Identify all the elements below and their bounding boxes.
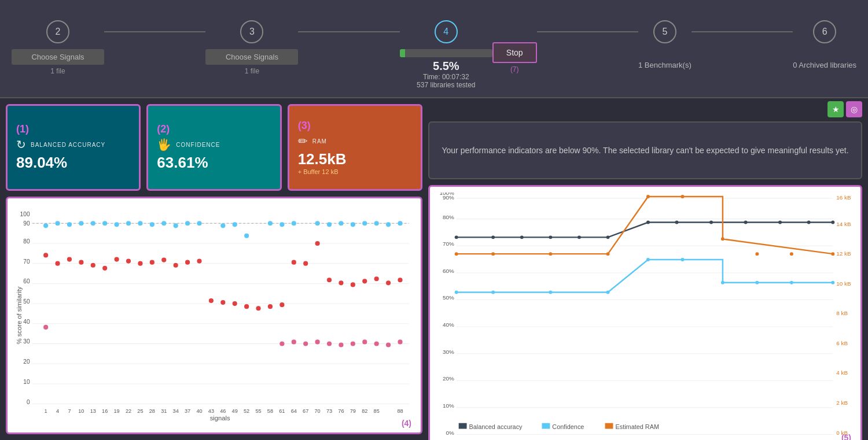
svg-point-40 <box>268 221 273 225</box>
progress-time: Time: 00:07:32 <box>400 73 492 81</box>
svg-text:70: 70 <box>23 258 30 265</box>
svg-point-26 <box>79 221 83 225</box>
svg-text:76: 76 <box>338 408 344 414</box>
svg-point-161 <box>646 221 650 224</box>
svg-text:10 kB: 10 kB <box>836 280 851 287</box>
svg-text:34: 34 <box>173 408 179 414</box>
step-2: 2 Choose Signals 1 file <box>12 20 104 75</box>
svg-text:2 kB: 2 kB <box>836 400 848 406</box>
svg-text:85: 85 <box>374 408 380 414</box>
metric-card-balanced-accuracy: (1) ↻ BALANCED ACCURACY 89.04% <box>6 104 141 191</box>
svg-point-53 <box>67 257 72 261</box>
svg-point-179 <box>491 252 495 256</box>
step-4: 4 5.5% Time: 00:07:32 537 libraries test… <box>400 20 492 89</box>
step-2-button[interactable]: Choose Signals <box>12 49 104 65</box>
steps-wrapper: 2 Choose Signals 1 file 3 Choose Signals… <box>12 9 856 89</box>
ram-label: RAM <box>312 138 327 145</box>
svg-text:25: 25 <box>137 408 143 414</box>
connector-4-5 <box>537 31 638 32</box>
svg-point-167 <box>831 221 834 224</box>
scatter-panel-label: (4) <box>402 419 411 428</box>
svg-point-170 <box>549 291 552 294</box>
line-chart-panel-label: (5) <box>841 433 851 440</box>
step-2-label: 1 file <box>12 67 104 75</box>
card-1-number: (1) <box>16 123 29 135</box>
svg-point-69 <box>256 306 260 310</box>
connector-3-4 <box>298 31 399 32</box>
svg-point-177 <box>831 281 834 284</box>
svg-rect-190 <box>542 423 550 429</box>
card-1-icon-row: ↻ BALANCED ACCURACY <box>16 138 105 151</box>
progress-count: 537 libraries tested <box>400 81 492 89</box>
svg-point-64 <box>197 259 201 264</box>
svg-text:60%: 60% <box>443 268 454 274</box>
right-top-icons: ★ ◎ <box>827 101 862 117</box>
scatter-chart-svg: % score of similarity 0 10 20 30 40 50 6… <box>13 204 415 427</box>
svg-point-37 <box>220 223 225 228</box>
svg-text:8 kB: 8 kB <box>836 310 848 316</box>
step-circle-6: 6 <box>813 20 836 43</box>
svg-point-45 <box>339 221 343 225</box>
svg-point-61 <box>161 257 166 262</box>
balanced-accuracy-value: 89.04% <box>16 154 67 172</box>
svg-point-174 <box>721 281 724 284</box>
svg-point-52 <box>55 261 60 266</box>
svg-text:20%: 20% <box>443 375 454 382</box>
svg-point-23 <box>43 223 48 228</box>
metric-cards: (1) ↻ BALANCED ACCURACY 89.04% (2) 🖐 CON… <box>6 104 422 191</box>
ram-sub: + Buffer 12 kB <box>298 168 339 175</box>
line-chart-panel: 0% 10% 20% 30% 40% 50% 60% 70% 80% 90% 1… <box>428 185 862 440</box>
purple-icon-button[interactable]: ◎ <box>846 101 862 117</box>
stop-area: Stop (7) <box>492 20 537 73</box>
right-header: (6) ★ ◎ <box>428 104 862 114</box>
step-circle-5: 5 <box>653 20 676 43</box>
svg-point-185 <box>755 252 759 256</box>
svg-point-77 <box>351 282 355 287</box>
svg-text:70: 70 <box>315 408 321 414</box>
svg-text:46: 46 <box>220 408 226 414</box>
svg-text:61: 61 <box>279 408 285 414</box>
connector-5-6 <box>692 31 793 32</box>
left-panel: (1) ↻ BALANCED ACCURACY 89.04% (2) 🖐 CON… <box>6 104 422 434</box>
balanced-accuracy-label: BALANCED ACCURACY <box>31 142 105 148</box>
svg-point-62 <box>174 263 178 268</box>
step-3: 3 Choose Signals 1 file <box>205 20 298 75</box>
svg-text:67: 67 <box>303 408 308 414</box>
svg-text:100: 100 <box>20 211 30 217</box>
svg-point-63 <box>185 260 190 265</box>
svg-point-38 <box>233 222 237 227</box>
svg-point-54 <box>79 260 83 265</box>
svg-point-92 <box>292 339 296 344</box>
svg-point-58 <box>126 259 131 264</box>
step-3-button[interactable]: Choose Signals <box>205 49 298 65</box>
progress-bar-wrap <box>400 49 492 57</box>
top-bar: 2 Choose Signals 1 file 3 Choose Signals… <box>0 0 868 98</box>
svg-point-182 <box>646 195 650 198</box>
confidence-icon: 🖐 <box>157 138 171 151</box>
stop-button[interactable]: Stop <box>492 42 537 63</box>
main-content: (1) ↻ BALANCED ACCURACY 89.04% (2) 🖐 CON… <box>0 98 868 440</box>
svg-point-39 <box>244 234 249 238</box>
svg-point-57 <box>115 257 119 261</box>
svg-point-183 <box>681 195 684 198</box>
svg-point-67 <box>233 301 237 306</box>
section6-label: (6) <box>428 104 862 114</box>
svg-text:22: 22 <box>126 408 131 414</box>
svg-point-49 <box>386 222 391 227</box>
svg-point-90 <box>386 342 391 347</box>
svg-text:55: 55 <box>255 408 261 414</box>
balanced-accuracy-icon: ↻ <box>16 138 26 151</box>
step-6-content: 0 Archived libraries <box>793 49 856 69</box>
step-circle-4: 4 <box>435 20 458 43</box>
svg-point-85 <box>327 341 332 346</box>
svg-text:73: 73 <box>326 408 332 414</box>
svg-text:6 kB: 6 kB <box>836 340 848 346</box>
svg-point-30 <box>126 221 131 225</box>
svg-point-173 <box>681 258 684 261</box>
svg-point-160 <box>606 235 610 239</box>
svg-rect-192 <box>605 423 613 429</box>
svg-point-165 <box>778 221 782 224</box>
svg-point-181 <box>606 252 610 256</box>
svg-point-25 <box>67 222 72 227</box>
green-icon-button[interactable]: ★ <box>827 101 844 117</box>
